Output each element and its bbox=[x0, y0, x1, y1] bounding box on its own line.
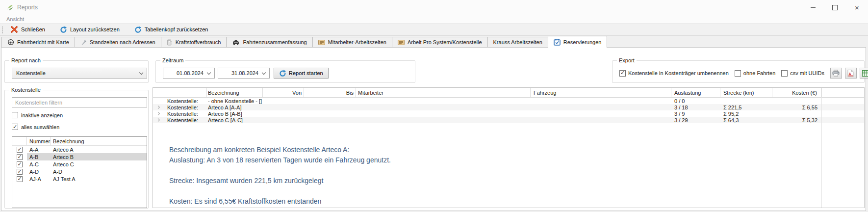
expander-chevron-icon[interactable] bbox=[156, 106, 160, 109]
checkbox-unchecked[interactable] bbox=[781, 70, 788, 77]
column-header-mitarbeiter[interactable]: Mitarbeiter bbox=[356, 88, 531, 97]
report-starten-button[interactable]: Report starten bbox=[274, 68, 329, 79]
expander-chevron-icon[interactable] bbox=[156, 112, 160, 115]
cell-fahrzeug bbox=[531, 98, 671, 104]
tab-standzeiten-nach-adressen[interactable]: Standzeiten nach Adressen bbox=[75, 37, 161, 47]
refresh-icon bbox=[134, 26, 142, 33]
car-icon bbox=[232, 39, 240, 45]
column-header-bis[interactable]: Bis bbox=[304, 88, 356, 97]
expander-chevron-icon[interactable] bbox=[156, 118, 160, 122]
schließen-button[interactable]: Schließen bbox=[7, 24, 49, 35]
maximize-button[interactable] bbox=[824, 0, 846, 15]
export-option-csv-mit-uuids[interactable]: csv mit UUIDs bbox=[781, 70, 824, 77]
toolbar: SchließenLayout zurücksetzenTabellenkopf… bbox=[0, 23, 868, 36]
checkbox-checked[interactable] bbox=[17, 176, 23, 182]
cell-strecke: Σ 221,5 bbox=[720, 104, 772, 110]
minimize-button[interactable] bbox=[802, 0, 824, 15]
checkbox-unchecked[interactable] bbox=[12, 112, 18, 118]
table-row[interactable]: Kostenstelle:Arteco B [A-B]3 / 9Σ 95,2 bbox=[153, 110, 864, 117]
report-nach-value: Kostenstelle bbox=[16, 70, 46, 76]
cell-strecke: Σ 95,2 bbox=[720, 110, 772, 117]
menu-item-ansicht[interactable]: Ansicht bbox=[4, 16, 26, 22]
cell-expander[interactable] bbox=[153, 117, 164, 123]
cell-bis bbox=[304, 104, 356, 110]
cell-kosten bbox=[772, 98, 821, 104]
column-header-fahrzeug[interactable]: Fahrzeug bbox=[531, 88, 671, 97]
close-button[interactable] bbox=[846, 0, 868, 15]
checkbox-checked[interactable] bbox=[17, 169, 23, 175]
cell-bezeichnung: Arteco B [A-B] bbox=[207, 110, 263, 117]
tab-mitarbeiter-arbeitszeiten[interactable]: Mitarbeiter-Arbeitszeiten bbox=[312, 37, 392, 47]
list-item-bezeichnung: Arteco B bbox=[51, 153, 147, 160]
list-item-nummer: AJ-A bbox=[27, 175, 51, 183]
option-alles-auswählen[interactable]: alles auswählen bbox=[12, 124, 59, 130]
date-from-select[interactable]: 01.08.2024 bbox=[163, 68, 215, 79]
checkbox-cell bbox=[12, 147, 27, 153]
cell-strecke: Σ 64,3 bbox=[720, 117, 772, 123]
column-header-von[interactable]: Von bbox=[263, 88, 304, 97]
list-header-bezeichnung[interactable]: Bezeichnung bbox=[51, 137, 147, 145]
table-row[interactable]: Kostenstelle:- ohne Kostenstelle - []0 /… bbox=[153, 98, 864, 104]
export-option-kostenstelle-in-kostenträger-umbenennen[interactable]: Kostenstelle in Kostenträger umbenennen bbox=[619, 70, 729, 77]
checkbox-checked[interactable] bbox=[17, 154, 23, 160]
checkbox-checked[interactable] bbox=[17, 161, 23, 167]
list-item[interactable]: A-CArteco C bbox=[12, 160, 147, 168]
tab-fahrtbericht-mit-karte[interactable]: Fahrtbericht mit Karte bbox=[1, 37, 75, 47]
tab-reservierungen[interactable]: Reservierungen bbox=[548, 36, 608, 48]
cell-bis bbox=[304, 110, 356, 117]
date-from-value: 01.08.2024 bbox=[177, 70, 204, 76]
column-header-strecke[interactable]: Strecke (km) bbox=[720, 88, 772, 97]
list-item[interactable]: A-AArteco A bbox=[12, 146, 147, 153]
cell-auslastung: 3 / 18 bbox=[671, 104, 720, 110]
excel-icon bbox=[862, 70, 868, 77]
report-nach-label: Report nach bbox=[9, 57, 43, 63]
column-header-auslastung[interactable]: Auslastung bbox=[671, 88, 720, 97]
export-option-ohne-fahrten[interactable]: ohne Fahrten bbox=[735, 70, 775, 77]
list-item[interactable]: A-DA-D bbox=[12, 168, 147, 175]
titlebar: Reports bbox=[0, 0, 868, 15]
table-row[interactable]: Kostenstelle:Arteco C [A-C]3 / 29Σ 64,3Σ… bbox=[153, 117, 864, 123]
report-nach-select[interactable]: Kostenstelle bbox=[12, 68, 147, 79]
schließen-button-label: Schließen bbox=[21, 26, 45, 32]
app-icon bbox=[7, 4, 13, 11]
cell-fahrzeug bbox=[531, 110, 671, 117]
list-item-nummer: A-A bbox=[27, 146, 51, 153]
checkbox-unchecked[interactable] bbox=[735, 70, 741, 77]
cell-auslastung: 3 / 9 bbox=[671, 110, 720, 117]
option-inaktive-anzeigen[interactable]: inaktive anzeigen bbox=[12, 112, 63, 118]
column-header-bezeichnung[interactable]: Bezeichnung bbox=[207, 88, 263, 97]
toolbar-grip[interactable] bbox=[1, 26, 4, 34]
tabellenkopf-zurücksetzen-button[interactable]: Tabellenkopf zurücksetzen bbox=[131, 25, 212, 35]
list-item-nummer: A-B bbox=[27, 153, 51, 160]
excel-export-button[interactable] bbox=[860, 68, 868, 79]
tab-arbeit-pro-system-kostenstelle[interactable]: Arbeit Pro System/Kostenstelle bbox=[392, 37, 488, 47]
kostenstelle-label: Kostenstelle bbox=[9, 87, 43, 93]
checkbox-checked[interactable] bbox=[619, 70, 626, 77]
layout-zurücksetzen-button[interactable]: Layout zurücksetzen bbox=[56, 25, 123, 35]
list-item[interactable]: AJ-AAJ Test A bbox=[12, 175, 147, 183]
kostenstelle-filter-input[interactable] bbox=[12, 97, 147, 107]
tab-kraftstoffverbrauch[interactable]: Kraftstoffverbrauch bbox=[161, 37, 227, 47]
pdf-export-button[interactable]: A bbox=[845, 68, 857, 79]
cell-expander[interactable] bbox=[153, 110, 164, 117]
cell-expander[interactable] bbox=[153, 104, 164, 110]
kostenstelle-groupbox: Kostenstelle NummerBezeichnung A-AArteco… bbox=[4, 90, 149, 209]
export-groupbox: Export Kostenstelle in Kostenträger umbe… bbox=[612, 60, 865, 83]
list-item[interactable]: A-BArteco B bbox=[12, 153, 147, 160]
tab-label: Fahrtbericht mit Karte bbox=[17, 39, 69, 45]
tab-fahrtenzusammenfassung[interactable]: Fahrtenzusammenfassung bbox=[226, 37, 312, 47]
report-grid-rows: Kostenstelle:- ohne Kostenstelle - []0 /… bbox=[153, 98, 864, 123]
tab-krauss-arbeitszeiten[interactable]: Krauss Arbeitszeiten bbox=[487, 37, 548, 47]
column-header-kosten[interactable]: Kosten (€) bbox=[772, 88, 821, 97]
tab-label: Fahrtenzusammenfassung bbox=[243, 39, 306, 45]
checkbox-checked[interactable] bbox=[17, 147, 23, 153]
kostenstelle-list-rows: A-AArteco AA-BArteco BA-CArteco CA-DA-DA… bbox=[12, 146, 147, 183]
cell-mitarbeiter bbox=[356, 117, 531, 123]
checkbox-checked[interactable] bbox=[12, 124, 18, 130]
table-row[interactable]: Kostenstelle:Arteco A [A-A]3 / 18Σ 221,5… bbox=[153, 104, 864, 110]
list-header-nummer[interactable]: Nummer bbox=[27, 137, 51, 145]
date-to-select[interactable]: 31.08.2024 bbox=[218, 68, 270, 79]
printer-export-button[interactable] bbox=[830, 68, 842, 79]
cell-auslastung: 3 / 29 bbox=[671, 117, 720, 123]
list-item-bezeichnung: AJ Test A bbox=[51, 175, 147, 183]
